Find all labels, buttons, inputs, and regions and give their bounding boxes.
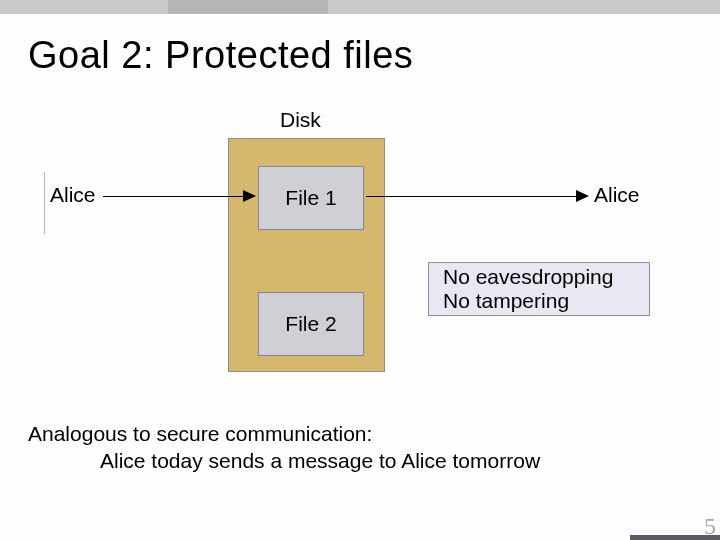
security-callout: No eavesdropping No tampering (428, 262, 650, 316)
body-line1: Analogous to secure communication: (28, 422, 372, 445)
callout-line1: No eavesdropping (443, 265, 635, 289)
alice-left-marker (44, 172, 45, 234)
file2-box: File 2 (258, 292, 364, 356)
alice-right-label: Alice (594, 183, 640, 207)
slide-title: Goal 2: Protected files (28, 34, 413, 77)
top-bar (0, 0, 720, 14)
page-number: 5 (704, 513, 716, 540)
body-text: Analogous to secure communication: Alice… (28, 420, 540, 475)
disk-label: Disk (280, 108, 321, 132)
arrow-disk-to-alice (366, 196, 576, 197)
arrow-disk-to-alice-head (576, 190, 589, 202)
top-bar-accent (168, 0, 328, 14)
body-line2: Alice today sends a message to Alice tom… (28, 447, 540, 474)
alice-left-label: Alice (50, 183, 96, 207)
file1-box: File 1 (258, 166, 364, 230)
arrow-alice-to-disk (103, 196, 243, 197)
callout-line2: No tampering (443, 289, 635, 313)
arrow-alice-to-disk-head (243, 190, 256, 202)
